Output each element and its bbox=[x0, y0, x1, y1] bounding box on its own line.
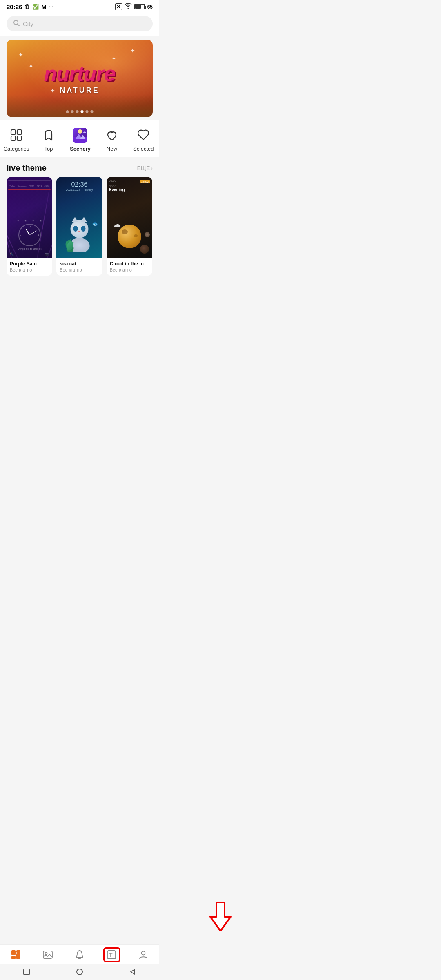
svg-line-1 bbox=[18, 24, 19, 26]
categories-label: Categories bbox=[4, 146, 29, 152]
dot-4 bbox=[81, 110, 84, 113]
svg-rect-4 bbox=[11, 136, 16, 140]
card-cloud-name: Cloud in the m bbox=[110, 261, 149, 267]
dot-2 bbox=[71, 110, 74, 113]
planet-small bbox=[140, 245, 149, 254]
battery-percent: 65 bbox=[147, 4, 153, 10]
card-sea-cat-price: Бесплатно bbox=[60, 267, 99, 272]
card-sea-cat-image: 02:36 2021.10.28 Thursday bbox=[56, 177, 102, 258]
cat-clock-date: 2021.10.28 Thursday bbox=[66, 188, 93, 191]
search-input-wrap[interactable]: City bbox=[7, 16, 153, 31]
nav-new[interactable]: New bbox=[100, 127, 124, 152]
banner-text: nurture NATURE bbox=[44, 62, 116, 95]
card-cloud-image: 02:36 10:202 GOOD Evening ☁ bbox=[107, 177, 152, 258]
schedule-bar: TodayTomorrow09/1809/1909/20 bbox=[8, 180, 51, 191]
scenery-icon: ☁ bbox=[72, 127, 88, 143]
card-sea-cat-info: sea cat Бесплатно bbox=[56, 258, 102, 276]
nav-selected[interactable]: Selected bbox=[131, 127, 156, 152]
top-label: Top bbox=[45, 146, 53, 152]
cat-clock-time: 02:36 bbox=[71, 181, 87, 188]
card-purple-sam[interactable]: TodayTomorrow09/1809/1909/20 ☀ ☀ ☀ ☀ 12 bbox=[7, 177, 52, 276]
status-time: 20:26 bbox=[7, 3, 22, 10]
new-label: New bbox=[107, 146, 117, 152]
cards-row: TodayTomorrow09/1809/1909/20 ☀ ☀ ☀ ☀ 12 bbox=[0, 177, 159, 276]
dot-6 bbox=[91, 110, 94, 113]
card-cloud-price: Бесплатно bbox=[110, 267, 149, 272]
card-purple-sam-image: TodayTomorrow09/1809/1909/20 ☀ ☀ ☀ ☀ 12 bbox=[7, 177, 52, 258]
nav-scenery[interactable]: ☁ Scenery bbox=[68, 127, 92, 152]
banner-title: nurture bbox=[44, 62, 116, 85]
status-bar: 20:26 🗑 ✅ M ··· ✕ 65 bbox=[0, 0, 159, 13]
card-cloud-info: Cloud in the m Бесплатно bbox=[107, 258, 152, 276]
nav-categories[interactable]: Categories bbox=[4, 127, 29, 152]
dark-time-label: 02:36 bbox=[109, 179, 116, 182]
scenery-label: Scenery bbox=[70, 146, 91, 152]
card-sea-cat[interactable]: 02:36 2021.10.28 Thursday bbox=[56, 177, 102, 276]
section-title: live theme bbox=[7, 163, 47, 173]
battery-icon bbox=[134, 4, 145, 9]
new-icon bbox=[104, 127, 120, 143]
dot-1 bbox=[66, 110, 69, 113]
svg-rect-2 bbox=[11, 130, 16, 134]
clock-face-wrap: ☀ ☀ ☀ ☀ 12 6 3 9 bbox=[17, 219, 42, 246]
card-purple-sam-info: Purple Sam Бесплатно bbox=[7, 258, 52, 276]
wifi-icon bbox=[125, 3, 132, 10]
sparkle-2: ✦ bbox=[130, 47, 135, 54]
categories-icon bbox=[8, 127, 24, 143]
top-icon bbox=[40, 127, 57, 143]
selected-icon bbox=[135, 127, 151, 143]
selected-label: Selected bbox=[133, 146, 154, 152]
card-purple-sam-name: Purple Sam bbox=[10, 261, 49, 267]
x-icon: ✕ bbox=[115, 3, 122, 10]
planet-tiny bbox=[145, 232, 150, 237]
check-icon: ✅ bbox=[32, 4, 39, 10]
banner[interactable]: ✦ ✦ ✦ ✦ ✦ nurture NATURE bbox=[7, 40, 153, 117]
search-icon bbox=[13, 20, 20, 28]
planet-main bbox=[118, 225, 141, 248]
cloud-icon: ☁ bbox=[113, 219, 121, 229]
status-right: ✕ 65 bbox=[115, 3, 153, 10]
trash-icon: 🗑 bbox=[24, 4, 30, 10]
sparkle-3: ✦ bbox=[29, 63, 33, 69]
cat-illustration: 🐟 bbox=[66, 220, 93, 252]
category-nav: Categories Top ☁ Scenery bbox=[0, 120, 159, 157]
banner-dots bbox=[66, 110, 94, 113]
card-cloud[interactable]: 02:36 10:202 GOOD Evening ☁ Cloud in the… bbox=[107, 177, 152, 276]
section-more-button[interactable]: ЕЩЕ › bbox=[137, 165, 153, 172]
svg-rect-5 bbox=[17, 136, 22, 140]
dot-3 bbox=[76, 110, 79, 113]
chevron-right-icon: › bbox=[151, 165, 153, 172]
card-sea-cat-name: sea cat bbox=[60, 261, 99, 267]
more-icon: ··· bbox=[49, 4, 53, 10]
card-purple-sam-price: Бесплатно bbox=[10, 267, 49, 272]
sparkle-4: ✦ bbox=[111, 55, 116, 62]
svg-rect-3 bbox=[17, 130, 22, 134]
sparkle-1: ✦ bbox=[18, 51, 23, 58]
nav-top[interactable]: Top bbox=[36, 127, 61, 152]
mail-icon: M bbox=[41, 4, 46, 10]
dark-greeting: GOOD Evening bbox=[109, 185, 125, 192]
search-bar: City bbox=[0, 13, 159, 36]
status-left: 20:26 🗑 ✅ M ··· bbox=[7, 3, 53, 10]
dot-5 bbox=[86, 110, 89, 113]
section-header: live theme ЕЩЕ › bbox=[0, 157, 159, 177]
search-placeholder: City bbox=[23, 20, 33, 27]
swipe-unlock: Swipe up to unlock 🔦 📷 bbox=[7, 244, 52, 256]
dark-date-badge: 10:202 bbox=[140, 180, 150, 183]
banner-subtitle: NATURE bbox=[44, 86, 116, 95]
